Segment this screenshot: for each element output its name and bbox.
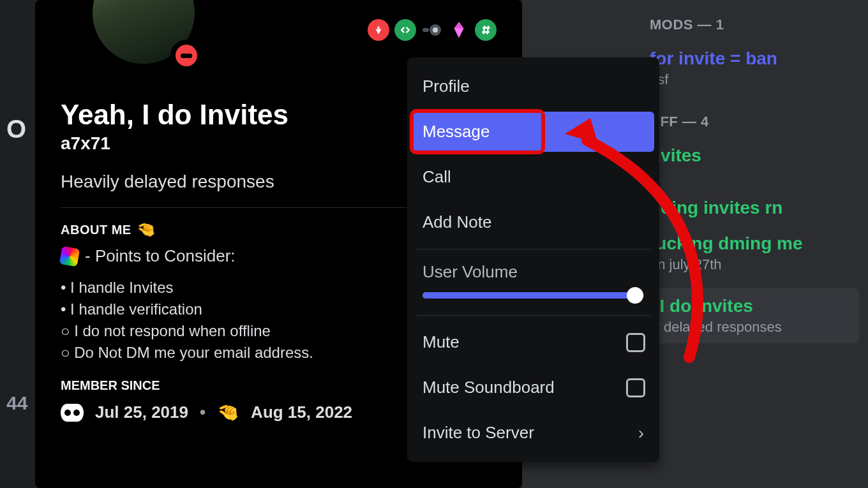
checkbox-icon[interactable] [626,333,645,352]
originally-known-as-icon[interactable] [475,19,497,41]
user-volume-label: User Volume [423,262,644,282]
menu-user-volume: User Volume [407,253,659,311]
menu-message[interactable]: Message [412,112,654,152]
status-dnd-icon [170,40,202,71]
member-status: on july 27th [650,256,850,273]
member-group-mods: MODS — 1 [650,17,850,33]
member-name: , I do Invites [650,296,850,316]
active-developer-icon[interactable] [394,19,416,41]
member-item[interactable]: for invite = ban asf [650,48,850,88]
member-item[interactable]: nvites [650,145,850,166]
menu-call[interactable]: Call [407,154,659,200]
hand-emoji-icon: 🤏 [137,221,156,239]
member-name: nvites [650,145,850,166]
avatar-wrapper[interactable] [86,0,201,70]
member-name: for invite = ban [650,48,850,69]
user-context-menu: Profile Message Call Add Note User Volum… [407,57,659,462]
discord-logo-icon [61,404,84,422]
hypesquad-bravery-icon[interactable] [368,19,389,41]
boost-icon[interactable] [448,19,470,41]
member-name: doing invites rn [650,198,850,218]
about-points-label: - Points to Consider: [85,246,236,266]
menu-message-label: Message [423,122,490,141]
server-since-date: Aug 15, 2022 [251,403,352,422]
profile-badges [368,19,497,41]
chevron-right-icon: › [638,423,644,443]
menu-invite-to-server[interactable]: Invite to Server › [407,410,659,455]
volume-slider[interactable] [423,292,644,299]
svg-point-1 [433,27,438,33]
about-me-title: ABOUT ME [61,223,131,237]
svg-rect-2 [423,28,429,32]
mute-soundboard-label: Mute Soundboard [423,378,555,397]
menu-mute-soundboard[interactable]: Mute Soundboard [407,365,659,410]
member-status: ly delayed responses [650,319,850,336]
member-status: asf [650,71,850,88]
checkbox-icon[interactable] [626,378,645,397]
colorful-icon [59,246,80,266]
menu-mute[interactable]: Mute [407,320,659,365]
menu-add-note[interactable]: Add Note [407,200,659,245]
discord-since-date: Jul 25, 2019 [95,403,188,422]
menu-divider [416,249,650,249]
member-group-staff: AFF — 4 [650,114,850,130]
server-icon-fragment[interactable]: O L [0,115,35,140]
mute-label: Mute [423,332,460,351]
dot-separator: • [200,403,206,422]
member-item-selected[interactable]: , I do Invites ly delayed responses [641,288,859,343]
member-item[interactable]: fucking dming me on july 27th [650,233,850,273]
member-item[interactable]: doing invites rn [650,198,850,218]
menu-divider [416,315,650,316]
channel-number: 44 [0,392,35,414]
volume-slider-thumb[interactable] [627,287,643,304]
member-name: fucking dming me [650,233,850,254]
server-list-fragment: O L 44 [0,115,35,414]
invite-to-server-label: Invite to Server [423,423,534,442]
server-emoji-icon: 🤏 [217,402,239,423]
nitro-icon[interactable] [421,19,443,41]
volume-slider-fill [423,292,635,299]
menu-profile[interactable]: Profile [407,64,659,109]
